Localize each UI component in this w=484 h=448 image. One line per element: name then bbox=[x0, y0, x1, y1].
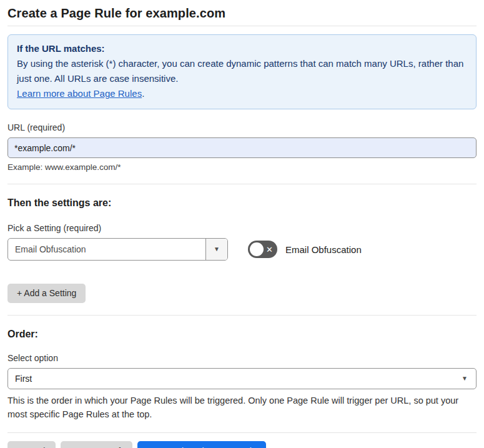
toggle-knob bbox=[250, 242, 264, 256]
footer-divider bbox=[7, 432, 477, 433]
url-field-label: URL (required) bbox=[7, 122, 477, 132]
setting-select-value: Email Obfuscation bbox=[8, 239, 205, 260]
section-divider-2 bbox=[7, 315, 477, 316]
create-page-rule-form: Create a Page Rule for example.com If th… bbox=[0, 0, 484, 448]
url-input[interactable] bbox=[7, 137, 477, 158]
toggle-label: Email Obfuscation bbox=[285, 244, 362, 255]
learn-more-link[interactable]: Learn more about Page Rules bbox=[17, 88, 142, 99]
footer-actions: Cancel Save as Draft Save and Deploy Pag… bbox=[7, 441, 477, 448]
cancel-button[interactable]: Cancel bbox=[7, 441, 56, 448]
setting-select[interactable]: Email Obfuscation ▼ bbox=[7, 238, 228, 261]
setting-select-arrow-button[interactable]: ▼ bbox=[205, 239, 227, 260]
email-obfuscation-toggle[interactable]: ✕ bbox=[248, 241, 277, 258]
email-obfuscation-toggle-group: ✕ Email Obfuscation bbox=[248, 241, 362, 258]
setting-row: Email Obfuscation ▼ ✕ Email Obfuscation bbox=[7, 238, 477, 261]
settings-section-heading: Then the settings are: bbox=[7, 197, 477, 209]
link-suffix: . bbox=[142, 88, 144, 99]
url-match-info-box: If the URL matches: By using the asteris… bbox=[7, 34, 477, 109]
pick-setting-label: Pick a Setting (required) bbox=[7, 223, 477, 233]
info-box-body: By using the asterisk (*) character, you… bbox=[17, 56, 467, 86]
order-select[interactable]: First ▼ bbox=[7, 368, 477, 389]
save-draft-button[interactable]: Save as Draft bbox=[61, 441, 132, 448]
url-example-helper: Example: www.example.com/* bbox=[7, 162, 477, 172]
chevron-down-icon: ▼ bbox=[462, 376, 468, 382]
section-divider-1 bbox=[7, 184, 477, 184]
order-select-label: Select option bbox=[7, 353, 477, 363]
order-helper-text: This is the order in which your Page Rul… bbox=[7, 394, 470, 421]
order-section-heading: Order: bbox=[7, 329, 477, 340]
order-select-value: First bbox=[15, 374, 462, 384]
info-box-link-line: Learn more about Page Rules. bbox=[17, 86, 467, 101]
save-deploy-button[interactable]: Save and Deploy Page Rule bbox=[137, 441, 266, 448]
title-divider bbox=[7, 26, 477, 26]
page-title: Create a Page Rule for example.com bbox=[7, 6, 477, 26]
chevron-down-icon: ▼ bbox=[214, 246, 220, 252]
info-box-heading: If the URL matches: bbox=[17, 41, 467, 56]
add-setting-button[interactable]: + Add a Setting bbox=[7, 284, 86, 303]
toggle-off-x-icon: ✕ bbox=[266, 246, 273, 254]
